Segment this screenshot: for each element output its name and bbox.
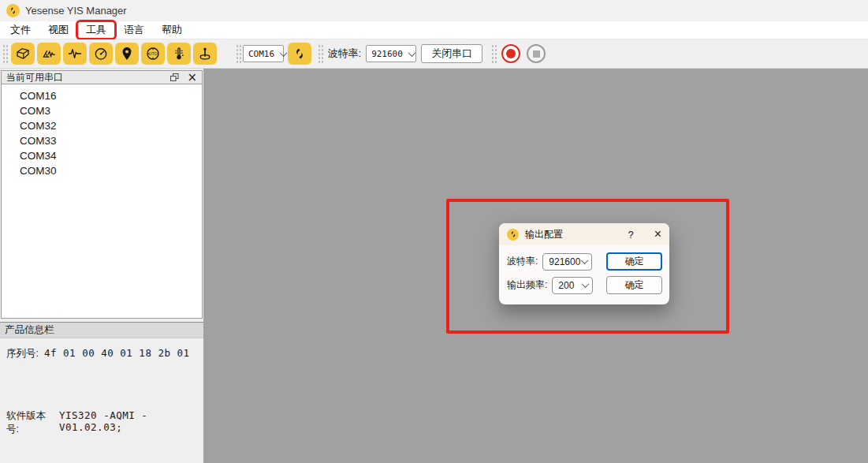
dialog-output-rate-label: 输出频率:	[507, 278, 547, 292]
angle-waveform-button[interactable]	[37, 43, 61, 65]
baud-rate-row: 波特率: 921600 确定	[507, 252, 662, 271]
app-logo-icon	[6, 4, 20, 17]
dialog-body: 波特率: 921600 确定 输出频率: 200 确定	[499, 245, 669, 304]
baud-rate-label: 波特率:	[328, 47, 362, 61]
serial-port-dock: 当前可用串口 × COM16 COM3 COM32 COM33 COM34 CO…	[0, 69, 203, 463]
pulse-waveform-icon	[67, 46, 83, 62]
gauge-icon	[93, 46, 109, 62]
menu-item-view[interactable]: 视图	[39, 21, 77, 39]
thermometer-icon	[171, 46, 187, 62]
cube-3d-button[interactable]	[11, 43, 35, 65]
dialog-baud-label: 波特率:	[507, 255, 538, 268]
product-info-title: 产品信息栏	[5, 323, 54, 337]
pulse-waveform-button[interactable]	[63, 43, 87, 65]
toolbar: UTC COM16	[0, 39, 868, 69]
dialog-output-rate-value: 200	[558, 280, 574, 291]
serial-number-value: 4f 01 00 40 01 18 2b 01	[44, 347, 190, 359]
gauge-button[interactable]	[89, 43, 113, 65]
record-button[interactable]	[501, 44, 520, 63]
window-title: Yesense YIS Manager	[25, 5, 127, 17]
utc-clock-icon: UTC	[145, 46, 161, 62]
dock-close-icon[interactable]: ×	[187, 72, 197, 83]
output-rate-confirm-button[interactable]: 确定	[606, 276, 662, 294]
menu-item-file[interactable]: 文件	[2, 21, 39, 39]
close-serial-port-button[interactable]: 关闭串口	[421, 44, 482, 63]
angle-waveform-icon	[41, 46, 57, 62]
chevron-down-icon	[280, 49, 288, 57]
menu-item-language[interactable]: 语言	[115, 21, 153, 39]
menu-item-help[interactable]: 帮助	[153, 21, 191, 39]
pressure-pin-button[interactable]	[193, 43, 217, 65]
svg-text:UTC: UTC	[148, 51, 157, 56]
port-list-item[interactable]: COM33	[2, 133, 202, 148]
port-list-item[interactable]: COM34	[2, 148, 202, 163]
float-panel-icon[interactable]	[170, 73, 179, 82]
baud-confirm-button[interactable]: 确定	[606, 252, 662, 271]
location-pin-button[interactable]	[115, 43, 139, 65]
software-version-row: 软件版本号: YIS320 -AQMI -V01.02.03;	[6, 409, 197, 436]
serial-number-label: 序列号:	[6, 347, 39, 360]
thermometer-button[interactable]	[167, 43, 191, 65]
toolbar-grip[interactable]	[2, 43, 8, 64]
port-list-item[interactable]: COM32	[2, 118, 202, 133]
toolbar-grip[interactable]	[235, 43, 241, 64]
dialog-baud-value: 921600	[549, 256, 580, 267]
port-select-value: COM16	[248, 49, 274, 59]
dialog-output-rate-select[interactable]: 200	[552, 277, 593, 294]
utc-clock-button[interactable]: UTC	[141, 43, 165, 65]
dialog-help-icon[interactable]: ?	[628, 229, 633, 241]
serial-number-row: 序列号: 4f 01 00 40 01 18 2b 01	[6, 347, 197, 360]
port-list-item[interactable]: COM16	[2, 88, 202, 103]
dialog-baud-select[interactable]: 921600	[542, 253, 592, 271]
port-list-item[interactable]: COM3	[2, 103, 202, 118]
software-version-value: YIS320 -AQMI -V01.02.03;	[59, 409, 197, 433]
chevron-down-icon	[582, 280, 590, 288]
product-info-body: 序列号: 4f 01 00 40 01 18 2b 01 软件版本号: YIS3…	[0, 338, 203, 463]
port-list-item[interactable]: COM30	[2, 163, 202, 178]
dock-header: 当前可用串口 ×	[1, 70, 203, 84]
toolbar-grip[interactable]	[317, 43, 323, 64]
port-list[interactable]: COM16 COM3 COM32 COM33 COM34 COM30	[1, 84, 203, 319]
app-window: Yesense YIS Manager 文件 视图 工具 语言 帮助	[0, 0, 868, 463]
chevron-down-icon	[408, 49, 415, 57]
cube-3d-icon	[15, 46, 31, 62]
dock-title: 当前可用串口	[6, 71, 63, 84]
menu-item-tools[interactable]: 工具	[77, 21, 115, 39]
dialog-close-icon[interactable]: ×	[654, 229, 661, 240]
stop-icon	[533, 50, 540, 58]
software-version-label: 软件版本号:	[6, 409, 54, 436]
stop-button[interactable]	[527, 44, 546, 63]
title-bar: Yesense YIS Manager	[0, 0, 868, 21]
dialog-title: 输出配置	[525, 228, 563, 241]
port-select[interactable]: COM16	[243, 45, 284, 62]
toolbar-grip[interactable]	[490, 43, 497, 64]
dialog-logo-icon	[507, 229, 519, 241]
baud-rate-value: 921600	[371, 49, 403, 59]
baud-rate-select[interactable]: 921600	[366, 45, 416, 62]
refresh-ports-icon	[292, 47, 307, 61]
pressure-pin-icon	[197, 46, 213, 62]
menu-bar: 文件 视图 工具 语言 帮助	[0, 21, 868, 39]
product-info-header: 产品信息栏	[0, 322, 203, 338]
chevron-down-icon	[581, 256, 589, 264]
refresh-ports-button[interactable]	[288, 43, 311, 65]
output-config-dialog: 输出配置 ? × 波特率: 921600 确定 输出频率: 200 确定	[499, 223, 669, 304]
dialog-title-bar[interactable]: 输出配置 ? ×	[499, 223, 669, 245]
output-rate-row: 输出频率: 200 确定	[507, 276, 662, 294]
record-icon	[506, 49, 516, 58]
location-pin-icon	[119, 46, 135, 62]
